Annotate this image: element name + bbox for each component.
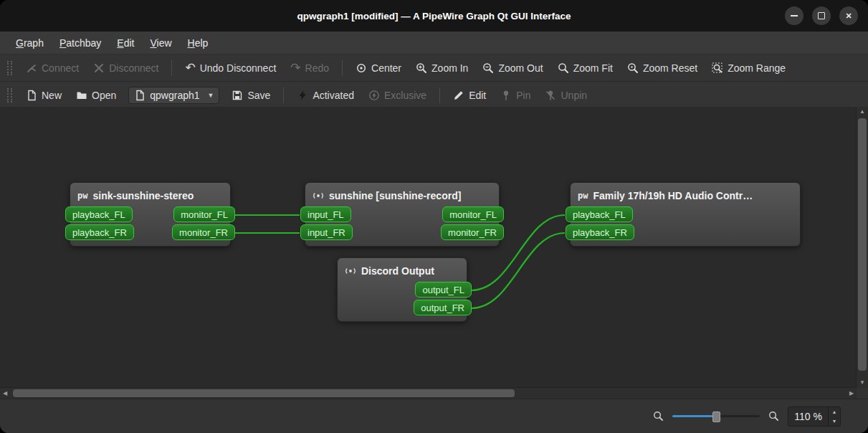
zoom-range-button[interactable]: Zoom Range	[705, 59, 792, 77]
activated-bolt-icon	[297, 90, 308, 101]
port-monitor-fr[interactable]: monitor_FR	[441, 224, 504, 240]
zoom-value: 110 %	[788, 407, 828, 426]
maximize-icon	[818, 12, 825, 19]
edit-button[interactable]: Edit	[447, 86, 492, 105]
redo-icon: ↷	[290, 62, 300, 74]
port-output-fl[interactable]: output_FL	[415, 282, 472, 298]
node-title-text: Discord Output	[361, 265, 434, 277]
redo-button[interactable]: ↷ Redo	[284, 58, 335, 77]
port-playback-fl[interactable]: playback_FL	[65, 206, 133, 222]
record-icon	[345, 265, 356, 277]
scroll-right-arrow[interactable]: ▶	[846, 388, 857, 398]
file-toolbar: New Open qpwgraph1 ▼ Save Activated Excl…	[0, 82, 868, 109]
undo-label: Undo Disconnect	[200, 62, 277, 74]
scroll-up-arrow[interactable]: ▲	[857, 107, 868, 117]
disconnect-button[interactable]: Disconnect	[87, 59, 165, 77]
vertical-scrollbar[interactable]: ▲ ▼	[856, 107, 868, 388]
open-folder-icon	[76, 90, 87, 101]
save-label: Save	[247, 90, 270, 101]
zoom-decrement-button[interactable]: ▼	[829, 417, 840, 426]
zoom-out-icon	[482, 62, 494, 74]
graph-canvas[interactable]: pw sink-sunshine-stereo playback_FL moni…	[0, 107, 868, 399]
open-button[interactable]: Open	[70, 86, 123, 105]
node-title-text: Family 17h/19h HD Audio Contr…	[593, 190, 753, 201]
toolbar-drag-handle[interactable]	[7, 61, 12, 75]
port-row: output_FL	[338, 282, 467, 298]
zoom-spinbox[interactable]: 110 % ▲ ▼	[788, 406, 841, 427]
menu-graph[interactable]: Graph	[9, 34, 51, 52]
maximize-button[interactable]	[812, 6, 831, 25]
node-sink-sunshine-stereo[interactable]: pw sink-sunshine-stereo playback_FL moni…	[70, 182, 231, 247]
unpin-label: Unpin	[561, 90, 587, 101]
port-playback-fr[interactable]: playback_FR	[65, 224, 134, 240]
port-playback-fr[interactable]: playback_FR	[566, 224, 634, 240]
port-monitor-fl[interactable]: monitor_FL	[442, 206, 504, 222]
node-sunshine-record[interactable]: sunshine [sunshine-record] input_FL moni…	[305, 182, 500, 247]
undo-button[interactable]: ↶ Undo Disconnect	[178, 58, 282, 77]
node-discord-output[interactable]: Discord Output output_FL output_FR	[337, 257, 467, 322]
minimize-icon	[791, 15, 798, 16]
node-title: pw Family 17h/19h HD Audio Contr…	[571, 187, 800, 204]
record-icon	[313, 190, 324, 201]
save-button[interactable]: Save	[225, 86, 277, 105]
chevron-down-icon: ▼	[208, 92, 214, 99]
menu-view[interactable]: View	[143, 34, 178, 52]
minimize-button[interactable]	[785, 6, 803, 25]
zoom-out-button[interactable]: Zoom Out	[476, 59, 549, 77]
port-monitor-fl[interactable]: monitor_FL	[173, 206, 235, 222]
window-controls: ✕	[785, 6, 858, 25]
pin-button[interactable]: Pin	[494, 86, 537, 105]
port-input-fl[interactable]: input_FL	[300, 206, 351, 222]
zoom-fit-button[interactable]: Zoom Fit	[551, 59, 619, 77]
new-button[interactable]: New	[19, 86, 68, 105]
horizontal-scrollbar[interactable]: ◀ ▶	[0, 387, 857, 399]
connect-icon	[26, 62, 37, 74]
port-row: output_FR	[338, 300, 467, 315]
menu-edit[interactable]: Edit	[110, 34, 141, 52]
zoom-slider-handle[interactable]	[712, 411, 720, 422]
close-button[interactable]: ✕	[839, 6, 858, 25]
zoom-reset-label: Zoom Reset	[643, 62, 697, 74]
window-title: qpwgraph1 [modified] — A PipeWire Graph …	[297, 11, 571, 22]
horizontal-scroll-thumb[interactable]	[13, 389, 515, 397]
port-row: playback_FR	[571, 224, 800, 240]
vertical-scroll-thumb[interactable]	[858, 118, 867, 371]
zoom-fit-label: Zoom Fit	[573, 62, 613, 74]
zoom-in-button[interactable]: Zoom In	[409, 59, 474, 77]
port-output-fr[interactable]: output_FR	[414, 300, 472, 315]
toolbar-separator	[283, 87, 284, 103]
center-icon	[356, 62, 367, 74]
connection-wires	[0, 107, 857, 388]
new-label: New	[42, 90, 62, 101]
app-window: qpwgraph1 [modified] — A PipeWire Graph …	[0, 0, 868, 433]
connect-label: Connect	[42, 62, 79, 74]
center-button[interactable]: Center	[349, 59, 408, 77]
exclusive-button[interactable]: Exclusive	[362, 86, 433, 105]
session-selector-combo[interactable]: qpwgraph1 ▼	[128, 87, 219, 104]
session-file-icon	[134, 90, 146, 101]
toolbar-drag-handle[interactable]	[7, 88, 12, 103]
graph-area[interactable]: pw sink-sunshine-stereo playback_FL moni…	[0, 107, 857, 388]
zoom-increment-button[interactable]: ▲	[829, 407, 840, 417]
edit-pencil-icon	[453, 90, 464, 101]
menu-help[interactable]: Help	[181, 34, 216, 52]
scrollbar-corner	[857, 388, 868, 399]
menubar: Graph Patchbay Edit View Help	[0, 32, 868, 54]
toolbar-separator	[171, 60, 172, 76]
zoom-slider[interactable]	[672, 410, 760, 422]
port-playback-fl[interactable]: playback_FL	[566, 206, 633, 222]
close-icon: ✕	[845, 11, 852, 21]
activated-button[interactable]: Activated	[290, 86, 361, 105]
statusbar: 110 % ▲ ▼	[0, 399, 868, 433]
port-input-fr[interactable]: input_FR	[300, 224, 353, 240]
node-family-hd-audio[interactable]: pw Family 17h/19h HD Audio Contr… playba…	[570, 182, 801, 247]
scroll-left-arrow[interactable]: ◀	[0, 388, 10, 398]
unpin-button[interactable]: Unpin	[538, 86, 593, 105]
zoom-reset-button[interactable]: Zoom Reset	[621, 59, 704, 77]
menu-patchbay[interactable]: Patchbay	[52, 34, 108, 52]
connect-button[interactable]: Connect	[19, 59, 85, 77]
port-monitor-fr[interactable]: monitor_FR	[172, 224, 235, 240]
port-row: playback_FL monitor_FL	[70, 206, 230, 222]
undo-icon: ↶	[185, 62, 195, 74]
scroll-down-arrow[interactable]: ▼	[857, 378, 868, 388]
